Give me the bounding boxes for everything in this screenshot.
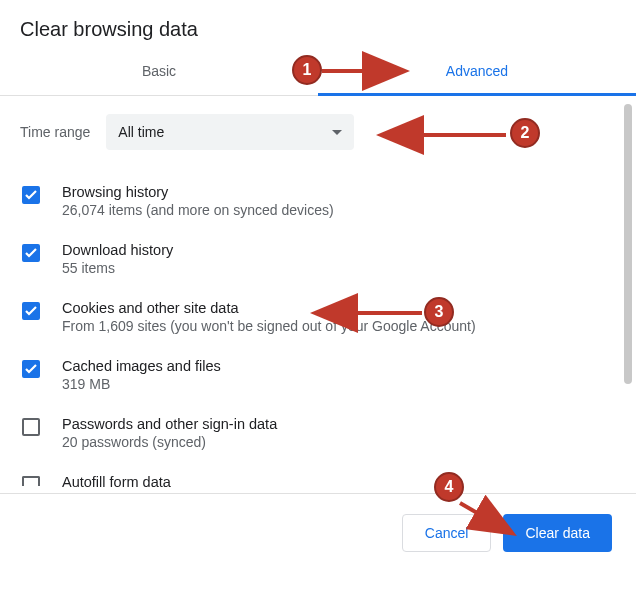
option-title: Browsing history: [62, 184, 334, 200]
annotation-marker-1: 1: [292, 55, 322, 85]
scrollbar-thumb[interactable]: [624, 104, 632, 384]
checkbox-cookies[interactable]: [22, 302, 40, 320]
option-title: Autofill form data: [62, 474, 171, 490]
time-range-select[interactable]: All time: [106, 114, 354, 150]
option-subtitle: From 1,609 sites (you won't be signed ou…: [62, 318, 476, 334]
option-title: Cached images and files: [62, 358, 221, 374]
option-autofill: Autofill form data: [20, 464, 616, 490]
tab-basic[interactable]: Basic: [0, 47, 318, 95]
cancel-button[interactable]: Cancel: [402, 514, 492, 552]
option-download-history: Download history 55 items: [20, 232, 616, 290]
option-cached-images: Cached images and files 319 MB: [20, 348, 616, 406]
tab-advanced[interactable]: Advanced: [318, 47, 636, 96]
checkbox-passwords[interactable]: [22, 418, 40, 436]
checkbox-cached-images[interactable]: [22, 360, 40, 378]
annotation-marker-2: 2: [510, 118, 540, 148]
option-subtitle: 20 passwords (synced): [62, 434, 277, 450]
option-browsing-history: Browsing history 26,074 items (and more …: [20, 174, 616, 232]
chevron-down-icon: [332, 130, 342, 135]
checkbox-browsing-history[interactable]: [22, 186, 40, 204]
option-subtitle: 26,074 items (and more on synced devices…: [62, 202, 334, 218]
clear-data-button[interactable]: Clear data: [503, 514, 612, 552]
option-title: Download history: [62, 242, 173, 258]
dialog-title: Clear browsing data: [0, 0, 636, 47]
checkbox-autofill[interactable]: [22, 476, 40, 486]
option-cookies: Cookies and other site data From 1,609 s…: [20, 290, 616, 348]
option-title: Passwords and other sign-in data: [62, 416, 277, 432]
dialog-button-row: Cancel Clear data: [0, 494, 636, 552]
option-title: Cookies and other site data: [62, 300, 476, 316]
time-range-label: Time range: [20, 124, 90, 140]
checkbox-download-history[interactable]: [22, 244, 40, 262]
option-subtitle: 55 items: [62, 260, 173, 276]
option-list: Browsing history 26,074 items (and more …: [20, 164, 616, 490]
option-subtitle: 319 MB: [62, 376, 221, 392]
annotation-marker-4: 4: [434, 472, 464, 502]
annotation-marker-3: 3: [424, 297, 454, 327]
option-passwords: Passwords and other sign-in data 20 pass…: [20, 406, 616, 464]
options-scroll-area: Time range All time Browsing history 26,…: [0, 96, 636, 494]
time-range-value: All time: [118, 124, 164, 140]
